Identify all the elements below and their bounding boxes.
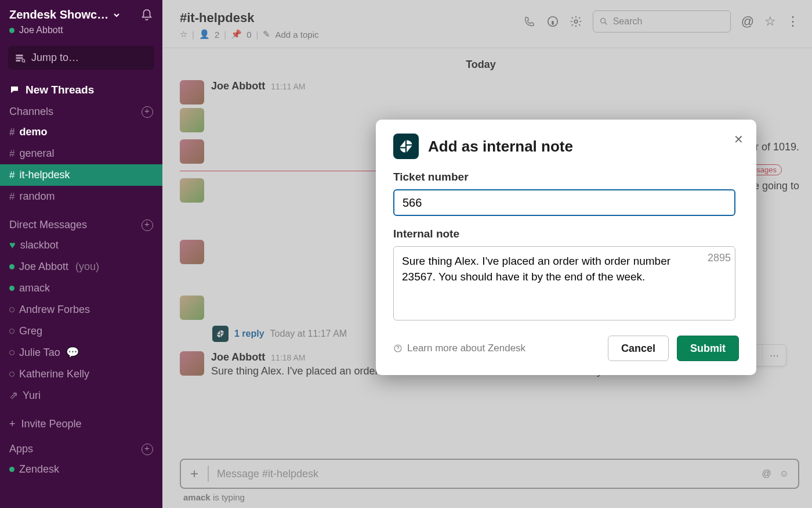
learn-more-link[interactable]: Learn more about Zendesk — [393, 343, 525, 354]
svg-rect-0 — [16, 55, 23, 56]
svg-rect-1 — [16, 57, 23, 59]
ticket-number-label: Ticket number — [393, 171, 739, 183]
dm-item-andrew-forbes[interactable]: Andrew Forbes — [0, 299, 162, 320]
apps-list: Zendesk — [0, 459, 162, 480]
modal-title: Add as internal note — [428, 138, 573, 156]
threads-icon — [9, 85, 20, 95]
add-dm-icon[interactable] — [142, 219, 153, 231]
dm-item-katherine-kelly[interactable]: Katherine Kelly — [0, 363, 162, 385]
external-link-icon: ⇗ — [9, 387, 18, 404]
zendesk-app-icon — [393, 134, 419, 159]
presence-away-icon — [9, 350, 14, 355]
presence-dot-icon — [9, 28, 14, 33]
heart-icon: ♥ — [9, 237, 16, 254]
channel-item-general[interactable]: #general — [0, 143, 162, 164]
submit-button[interactable]: Submit — [677, 336, 739, 361]
presence-away-icon — [9, 372, 14, 377]
dm-list: ♥slackbot Joe Abbott(you) amack Andrew F… — [0, 235, 162, 406]
channel-item-random[interactable]: #random — [0, 186, 162, 207]
presence-away-icon — [9, 307, 14, 312]
plus-icon: + — [9, 418, 16, 430]
add-app-icon[interactable] — [142, 444, 153, 455]
add-channel-icon[interactable] — [142, 106, 153, 118]
internal-note-textarea[interactable] — [393, 246, 735, 320]
modal-mask[interactable]: ✕ Add as internal note Ticket number Int… — [162, 0, 812, 508]
current-user-label: Joe Abbott — [19, 25, 63, 35]
channel-list: #demo #general #it-helpdesk #random — [0, 121, 162, 207]
internal-note-modal: ✕ Add as internal note Ticket number Int… — [376, 120, 756, 375]
channel-item-it-helpdesk[interactable]: #it-helpdesk — [0, 164, 162, 186]
sidebar: Zendesk Showc… Joe Abbott Jump to… New T… — [0, 0, 162, 508]
app-item-zendesk[interactable]: Zendesk — [0, 459, 162, 480]
channels-heading[interactable]: Channels — [0, 102, 162, 121]
close-icon[interactable]: ✕ — [734, 132, 744, 146]
chat-bubble-icon: 💬 — [66, 344, 79, 361]
dm-item-joe-abbott[interactable]: Joe Abbott(you) — [0, 256, 162, 278]
dm-item-yuri[interactable]: ⇗Yuri — [0, 385, 162, 406]
dm-item-greg[interactable]: Greg — [0, 320, 162, 342]
jump-to-input[interactable]: Jump to… — [8, 46, 154, 70]
presence-away-icon — [9, 329, 14, 334]
dm-item-amack[interactable]: amack — [0, 278, 162, 299]
question-circle-icon — [393, 344, 403, 353]
jump-icon — [15, 53, 26, 63]
channel-item-demo[interactable]: #demo — [0, 121, 162, 143]
internal-note-label: Internal note — [393, 228, 739, 240]
presence-dot-icon — [9, 467, 14, 472]
dms-heading[interactable]: Direct Messages — [0, 215, 162, 235]
new-threads-link[interactable]: New Threads — [0, 80, 162, 100]
jump-placeholder: Jump to… — [31, 52, 79, 64]
dm-item-slackbot[interactable]: ♥slackbot — [0, 235, 162, 256]
workspace-name-label: Zendesk Showc… — [9, 8, 108, 21]
svg-rect-2 — [16, 60, 20, 61]
cancel-button[interactable]: Cancel — [608, 336, 669, 361]
presence-dot-icon — [9, 264, 14, 269]
char-remaining: 2895 — [708, 252, 731, 264]
main-pane: #it-helpdesk ☆ | 👤 2 | 📌 0 | ✎ Add a top… — [162, 0, 812, 508]
presence-dot-icon — [9, 286, 14, 291]
bell-icon[interactable] — [140, 9, 153, 21]
apps-heading[interactable]: Apps — [0, 439, 162, 459]
dm-item-julie-tao[interactable]: Julie Tao💬 — [0, 342, 162, 363]
ticket-number-input[interactable] — [393, 189, 735, 216]
workspace-header[interactable]: Zendesk Showc… Joe Abbott — [0, 0, 162, 41]
chevron-down-icon — [113, 12, 120, 19]
invite-people-link[interactable]: + Invite People — [0, 412, 162, 436]
